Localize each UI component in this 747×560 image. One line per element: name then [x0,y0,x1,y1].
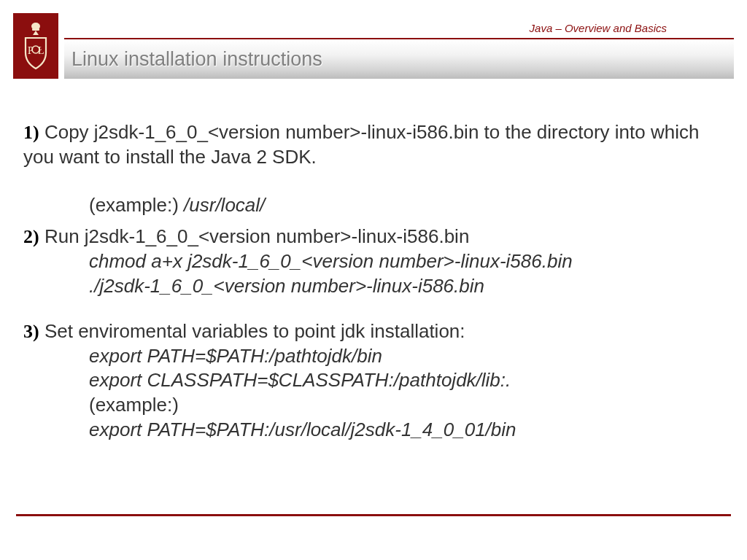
step-2-cmd1: chmod a+x j2sdk-1_6_0_<version number>-l… [23,249,724,274]
slide-body: 1) Copy j2sdk-1_6_0_<version number>-lin… [0,80,747,443]
example-path: /usr/local/ [184,194,265,216]
step-number: 3) [23,321,39,342]
step-3-cmd3: export PATH=$PATH:/usr/local/j2sdk-1_4_0… [23,418,724,443]
step-3: 3) Set enviromental variables to point j… [23,319,724,344]
step-1-example: (example:) /usr/local/ [23,193,724,218]
step-2-cmd2: ./j2sdk-1_6_0_<version number>-linux-i58… [23,274,724,299]
svg-rect-1 [32,28,39,31]
title-bar: Linux installation instructions [64,39,734,79]
step-3-cmd2: export CLASSPATH=$CLASSPATH:/pathtojdk/l… [23,368,724,393]
torch-shield-icon: P Ł [19,20,53,71]
step-3-example-label: (example:) [23,393,724,418]
step-text: Run j2sdk-1_6_0_<version number>-linux-i… [39,225,470,247]
step-text: Set enviromental variables to point jdk … [39,320,465,342]
step-2: 2) Run j2sdk-1_6_0_<version number>-linu… [23,225,724,249]
step-number: 1) [23,122,39,143]
step-3-cmd1: export PATH=$PATH:/pathtojdk/bin [23,344,724,369]
slide-title: Linux installation instructions [71,48,322,71]
step-number: 2) [23,226,39,247]
breadcrumb: Java – Overview and Basics [530,22,667,34]
university-logo: P Ł [13,13,58,79]
step-text: Copy j2sdk-1_6_0_<version number>-linux-… [23,121,699,168]
example-label: (example:) [89,194,184,216]
step-1: 1) Copy j2sdk-1_6_0_<version number>-lin… [23,120,724,170]
footer-rule [16,514,731,516]
slide-header: P Ł Java – Overview and Basics Linux ins… [0,0,747,80]
